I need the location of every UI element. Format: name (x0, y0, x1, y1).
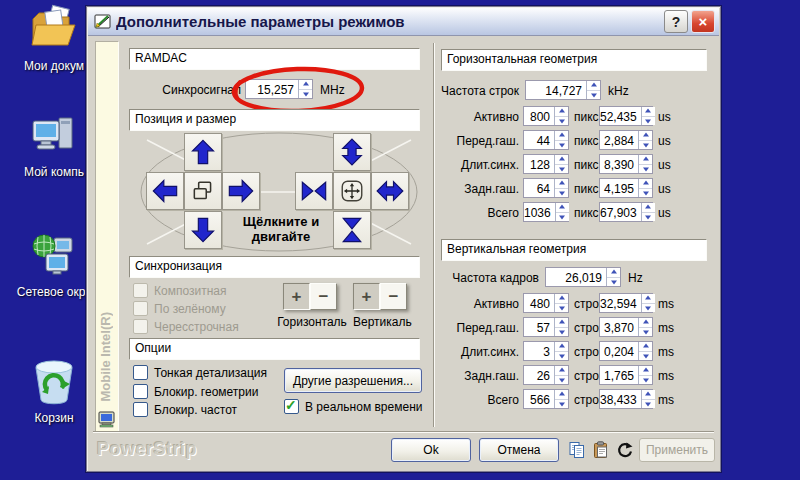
spinner[interactable] (641, 294, 655, 312)
spinner[interactable] (638, 155, 652, 173)
sync-signal-spinner[interactable] (298, 80, 312, 98)
plus-button[interactable]: + (283, 283, 310, 310)
checkbox-box[interactable] (133, 402, 148, 417)
v-active-lines-field[interactable]: 480 (523, 293, 569, 313)
spinner[interactable] (586, 81, 600, 99)
frame-frequency-field[interactable]: 26,019 (545, 267, 621, 287)
spinner[interactable] (641, 390, 655, 408)
desktop-icon-label: Сетевое окру (17, 285, 91, 299)
h-front-porch-pixels-field[interactable]: 44 (523, 130, 569, 150)
spinner[interactable] (554, 107, 568, 125)
spinner[interactable] (641, 107, 655, 125)
checkbox-fine-detail[interactable]: Тонкая детализация (133, 365, 267, 380)
section-header-options: Опции (129, 338, 420, 360)
realtime-checkbox-box[interactable] (284, 399, 299, 414)
stretch-vertical-button[interactable] (333, 133, 371, 171)
move-right-button[interactable] (222, 172, 260, 210)
v-total-time-field[interactable]: 38,433 (599, 389, 653, 409)
spinner[interactable] (554, 366, 568, 384)
checkbox-composite[interactable]: Композитная (133, 283, 226, 298)
move-left-button[interactable] (146, 172, 184, 210)
minus-button[interactable]: − (380, 283, 407, 310)
line-frequency-label: Частота строк (441, 84, 519, 98)
checkbox-box[interactable] (133, 365, 148, 380)
checkbox-realtime[interactable]: В реальном времени (284, 399, 422, 414)
plus-button[interactable]: + (353, 283, 380, 310)
spinner[interactable] (638, 366, 652, 384)
spinner[interactable] (555, 203, 569, 221)
v-back-porch-time-field[interactable]: 1,765 (599, 365, 653, 385)
v-sync-width-time-field[interactable]: 0,204 (599, 341, 653, 361)
spinner[interactable] (554, 318, 568, 336)
other-resolutions-button[interactable]: Другие разрешения... (284, 368, 422, 393)
cancel-button[interactable]: Отмена (479, 438, 559, 462)
arrow-left-right-icon (376, 177, 404, 205)
spinner[interactable] (606, 268, 620, 286)
close-button[interactable]: × (691, 10, 715, 33)
row-label: Задн.гаш. (441, 182, 519, 196)
h-sync-width-pixels-field[interactable]: 128 (523, 154, 569, 174)
h-sync-width-time-field[interactable]: 8,390 (599, 154, 653, 174)
row-label: Активно (441, 110, 519, 124)
h-active-pixels-field[interactable]: 800 (523, 106, 569, 126)
move-up-button[interactable] (184, 133, 222, 171)
move-down-button[interactable] (184, 211, 222, 249)
sync-signal-field[interactable]: 15,257 (245, 79, 313, 99)
v-sync-width-lines-field[interactable]: 3 (523, 341, 569, 361)
frame-frequency-unit: Hz (628, 271, 643, 285)
h-total-time-field[interactable]: 67,903 (599, 202, 653, 222)
h-total-pixels-field[interactable]: 1036 (523, 202, 569, 222)
side-brand-strip: Mobile Intel(R) (95, 41, 119, 433)
ok-button[interactable]: Ok (391, 438, 471, 462)
spinner[interactable] (554, 342, 568, 360)
checkbox-box[interactable] (133, 384, 148, 399)
v-front-porch-time-field[interactable]: 3,870 (599, 317, 653, 337)
copy-button[interactable] (567, 440, 587, 460)
shrink-vertical-button[interactable] (333, 211, 371, 249)
spinner[interactable] (641, 203, 655, 221)
checkbox-box[interactable] (133, 319, 148, 334)
checkbox-sync-on-green[interactable]: По зелёному (133, 301, 226, 316)
size-center-button[interactable] (333, 172, 371, 210)
h-back-porch-time-field[interactable]: 4,195 (599, 178, 653, 198)
v-front-porch-lines-field[interactable]: 57 (523, 317, 569, 337)
line-frequency-field[interactable]: 14,727 (525, 80, 601, 100)
spinner[interactable] (554, 390, 568, 408)
spinner[interactable] (638, 131, 652, 149)
arrow-left-icon (151, 177, 179, 205)
row-label: Задн.гаш. (441, 369, 519, 383)
checkbox-box[interactable] (133, 301, 148, 316)
checkbox-lock-frequencies[interactable]: Блокир. частот (133, 402, 237, 417)
row-label: Перед.гаш. (441, 321, 519, 335)
recycle-bin-icon (27, 352, 81, 408)
h-active-time-field[interactable]: 52,435 (599, 106, 653, 126)
h-front-porch-time-field[interactable]: 2,884 (599, 130, 653, 150)
monitor-icon (98, 411, 116, 428)
v-active-time-field[interactable]: 32,594 (599, 293, 653, 313)
h-back-porch-pixels-field[interactable]: 64 (523, 178, 569, 198)
position-center-button[interactable] (184, 172, 222, 210)
spinner[interactable] (638, 179, 652, 197)
shrink-horizontal-button[interactable] (295, 172, 333, 210)
checkbox-box[interactable] (133, 283, 148, 298)
spinner[interactable] (554, 294, 568, 312)
spinner[interactable] (554, 155, 568, 173)
help-button[interactable]: ? (664, 10, 688, 33)
v-back-porch-lines-field[interactable]: 26 (523, 365, 569, 385)
row-label: Перед.гаш. (441, 134, 519, 148)
spinner[interactable] (638, 342, 652, 360)
checkbox-lock-geometry[interactable]: Блокир. геометрии (133, 384, 258, 399)
paste-icon (592, 441, 610, 459)
spinner[interactable] (554, 131, 568, 149)
checkbox-interlaced[interactable]: Чересстрочная (133, 319, 239, 334)
refresh-button[interactable] (615, 440, 635, 460)
title-bar[interactable]: Дополнительные параметры режимов ? × (88, 8, 719, 36)
sync-signal-unit: MHz (320, 83, 345, 97)
v-total-lines-field[interactable]: 566 (523, 389, 569, 409)
paste-button[interactable] (591, 440, 611, 460)
spinner[interactable] (638, 318, 652, 336)
stretch-horizontal-button[interactable] (371, 172, 409, 210)
spinner[interactable] (554, 179, 568, 197)
line-frequency-unit: kHz (608, 84, 629, 98)
minus-button[interactable]: − (310, 283, 337, 310)
